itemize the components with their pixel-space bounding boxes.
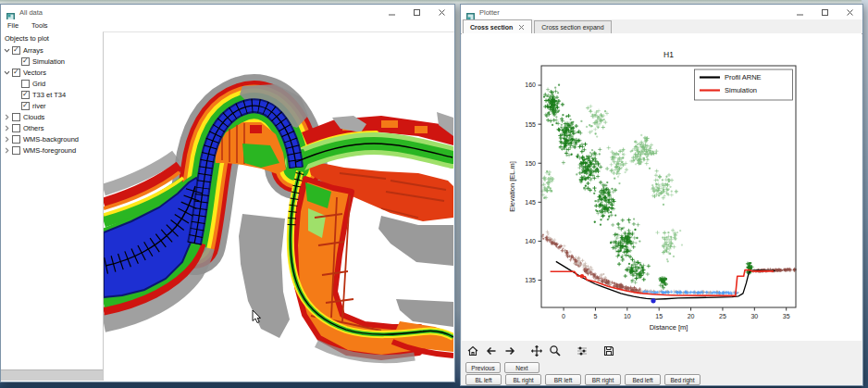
tree-item-others[interactable]: Others [1, 122, 103, 133]
tab-label: Cross section expand [541, 24, 603, 31]
tree-item-t33-et-t34[interactable]: T33 et T34 [1, 89, 103, 100]
previous-button[interactable]: Previous [465, 362, 501, 373]
bed-left-button[interactable]: Bed left [625, 374, 661, 385]
objects-tree: Objects to plot ArraysSimulationVectorsG… [1, 31, 103, 370]
tree-label: Others [23, 124, 44, 132]
tab-close-icon[interactable] [518, 24, 525, 31]
nav-button-row: PreviousNext [462, 362, 862, 373]
tree-label: Clouds [23, 113, 44, 121]
checkbox-vectors[interactable] [12, 69, 20, 77]
svg-text:155: 155 [525, 121, 536, 128]
app-icon [6, 8, 15, 17]
desktop-background: All data FileTools Objects to plot Array… [0, 0, 868, 388]
checkbox-wms-background[interactable] [12, 135, 20, 144]
tree-item-wms-foreground[interactable]: WMS-foreground [1, 144, 103, 156]
menubar: FileTools [1, 19, 454, 32]
svg-text:150: 150 [525, 160, 536, 167]
br-left-button[interactable]: BR left [545, 374, 581, 385]
svg-text:10: 10 [624, 313, 631, 319]
tree-label: Simulation [32, 57, 65, 66]
tree-item-wms-background[interactable]: WMS-background [1, 133, 103, 144]
forward-icon[interactable] [502, 344, 517, 359]
save-icon[interactable] [601, 344, 616, 359]
tree-label: river [32, 102, 46, 110]
maximize-button[interactable] [404, 5, 429, 19]
checkbox-grid[interactable] [21, 80, 30, 88]
checkbox-clouds[interactable] [12, 113, 20, 121]
spacer [13, 103, 19, 109]
tree-item-clouds[interactable]: Clouds [1, 111, 103, 122]
chevron-closed-icon[interactable] [4, 136, 10, 143]
svg-text:5: 5 [593, 313, 597, 319]
minimize-button[interactable] [787, 5, 812, 19]
svg-text:25: 25 [719, 313, 726, 319]
menu-item-file[interactable]: File [1, 21, 25, 30]
plot-title: H1 [663, 50, 674, 59]
zoom-icon[interactable] [547, 344, 563, 359]
minimize-button[interactable] [379, 5, 404, 19]
tab-cross-section[interactable]: Cross section [463, 19, 532, 33]
bl-right-button[interactable]: BL right [505, 374, 541, 385]
checkbox-river[interactable] [21, 102, 30, 110]
window-title: Plotter [479, 8, 500, 17]
svg-text:0: 0 [562, 313, 565, 319]
spacer [13, 92, 19, 98]
plotter-titlebar[interactable]: Plotter [461, 5, 862, 20]
tree-item-vectors[interactable]: Vectors [1, 67, 103, 78]
chevron-closed-icon[interactable] [4, 114, 10, 120]
tree-label: WMS-foreground [23, 146, 76, 155]
checkbox-wms-foreground[interactable] [12, 146, 20, 155]
menu-item-tools[interactable]: Tools [25, 21, 55, 30]
legend: Profil ARNESimulation [695, 69, 793, 100]
tree-item-arrays[interactable]: Arrays [1, 44, 103, 56]
tree-items: ArraysSimulationVectorsGridT33 et T34riv… [1, 44, 103, 156]
tab-cross-section-expand[interactable]: Cross section expand [534, 20, 611, 33]
close-button[interactable] [429, 5, 454, 19]
red-marker [580, 274, 584, 278]
tree-label: Vectors [23, 69, 46, 77]
tree-header: Objects to plot [1, 31, 103, 44]
tree-scrollbar-strip[interactable] [1, 369, 103, 381]
close-button[interactable] [837, 5, 862, 19]
legend-label-profil-arne: Profil ARNE [725, 73, 762, 81]
plot-canvas[interactable]: 05101520253035135140145150155160H1Distan… [462, 33, 862, 341]
tree-item-grid[interactable]: Grid [1, 78, 103, 89]
tree-label: Grid [32, 80, 45, 88]
tree-item-simulation[interactable]: Simulation [1, 56, 103, 67]
chevron-open-icon[interactable] [4, 47, 10, 54]
svg-text:140: 140 [525, 238, 536, 244]
tree-label: Arrays [23, 46, 43, 55]
chevron-open-icon[interactable] [4, 69, 10, 76]
br-right-button[interactable]: BR right [585, 374, 621, 385]
maximize-button[interactable] [812, 5, 837, 19]
back-icon[interactable] [483, 344, 499, 359]
svg-text:20: 20 [688, 313, 695, 319]
svg-text:160: 160 [525, 81, 536, 88]
svg-text:145: 145 [525, 199, 536, 206]
chevron-closed-icon[interactable] [4, 147, 10, 154]
spacer [13, 81, 19, 87]
next-button[interactable]: Next [504, 362, 539, 373]
checkbox-t33-et-t34[interactable] [21, 91, 30, 99]
legend-label-simulation: Simulation [725, 86, 757, 94]
chevron-closed-icon[interactable] [4, 125, 10, 131]
plot-root: 05101520253035135140145150155160H1Distan… [508, 50, 797, 332]
all-data-window: All data FileTools Objects to plot Array… [0, 4, 455, 382]
bed-right-button[interactable]: Bed right [664, 374, 701, 385]
window-title: All data [19, 8, 43, 17]
tree-label: WMS-background [23, 135, 79, 144]
section-button-row: BL leftBL rightBR leftBR rightBed leftBe… [462, 374, 862, 385]
home-icon[interactable] [465, 344, 480, 359]
svg-text:30: 30 [750, 313, 758, 319]
checkbox-simulation[interactable] [21, 57, 30, 66]
plotter-window: Plotter Cross sectionCross section expan… [460, 4, 863, 386]
spacer [13, 58, 19, 65]
configure-icon[interactable] [574, 344, 589, 359]
pan-icon[interactable] [528, 344, 544, 359]
map-canvas[interactable] [103, 31, 453, 381]
all-data-titlebar[interactable]: All data [1, 5, 454, 20]
checkbox-others[interactable] [12, 124, 20, 132]
tree-item-river[interactable]: river [1, 100, 103, 111]
checkbox-arrays[interactable] [12, 46, 20, 55]
bl-left-button[interactable]: BL left [465, 374, 502, 385]
